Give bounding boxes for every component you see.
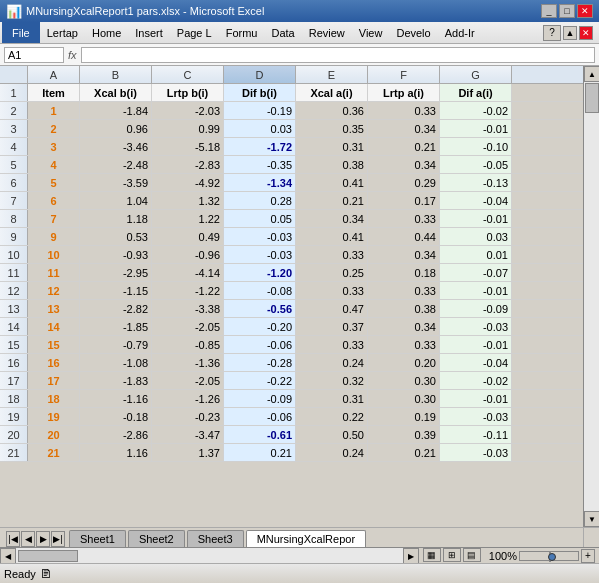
row-number[interactable]: 10	[0, 246, 28, 263]
table-cell[interactable]: 0.39	[368, 426, 440, 443]
table-cell[interactable]: -3.46	[80, 138, 152, 155]
table-cell[interactable]: Lrtp a(i)	[368, 84, 440, 101]
table-cell[interactable]: -0.03	[224, 246, 296, 263]
row-number[interactable]: 8	[0, 210, 28, 227]
table-cell[interactable]: 1.18	[80, 210, 152, 227]
table-cell[interactable]: 9	[28, 228, 80, 245]
table-cell[interactable]: 0.24	[296, 354, 368, 371]
row-number[interactable]: 16	[0, 354, 28, 371]
table-cell[interactable]: 0.21	[296, 192, 368, 209]
zoom-in-button[interactable]: +	[581, 549, 595, 563]
col-header-e[interactable]: E	[296, 66, 368, 83]
table-cell[interactable]: -0.01	[440, 390, 512, 407]
row-number[interactable]: 14	[0, 318, 28, 335]
table-cell[interactable]: 0.21	[224, 444, 296, 461]
row-number[interactable]: 21	[0, 444, 28, 461]
table-cell[interactable]: -1.26	[152, 390, 224, 407]
table-cell[interactable]: -4.92	[152, 174, 224, 191]
table-cell[interactable]: -0.18	[80, 408, 152, 425]
table-cell[interactable]: -0.35	[224, 156, 296, 173]
scroll-left-button[interactable]: ◀	[0, 548, 16, 563]
table-cell[interactable]: 0.33	[296, 282, 368, 299]
table-cell[interactable]: 12	[28, 282, 80, 299]
row-number[interactable]: 13	[0, 300, 28, 317]
table-cell[interactable]: -0.06	[224, 408, 296, 425]
table-cell[interactable]: Xcal b(i)	[80, 84, 152, 101]
table-cell[interactable]: 7	[28, 210, 80, 227]
row-number[interactable]: 4	[0, 138, 28, 155]
menu-data[interactable]: Data	[264, 22, 301, 43]
row-number[interactable]: 15	[0, 336, 28, 353]
table-cell[interactable]: -3.59	[80, 174, 152, 191]
table-cell[interactable]: 0.24	[296, 444, 368, 461]
table-cell[interactable]: -0.01	[440, 282, 512, 299]
table-cell[interactable]: -0.03	[224, 228, 296, 245]
table-cell[interactable]: -2.82	[80, 300, 152, 317]
table-cell[interactable]: 0.47	[296, 300, 368, 317]
table-cell[interactable]: 13	[28, 300, 80, 317]
table-cell[interactable]: 1	[28, 102, 80, 119]
table-cell[interactable]: 1.37	[152, 444, 224, 461]
table-cell[interactable]: -0.19	[224, 102, 296, 119]
table-cell[interactable]: -0.93	[80, 246, 152, 263]
table-cell[interactable]: 0.01	[440, 246, 512, 263]
sheet-nav-last[interactable]: ▶|	[51, 531, 65, 547]
table-cell[interactable]: 0.18	[368, 264, 440, 281]
table-cell[interactable]: 0.31	[296, 138, 368, 155]
close-ribbon-button[interactable]: ✕	[579, 26, 593, 40]
col-header-f[interactable]: F	[368, 66, 440, 83]
minimize-button[interactable]: _	[541, 4, 557, 18]
menu-file[interactable]: File	[2, 22, 40, 43]
table-cell[interactable]: -0.13	[440, 174, 512, 191]
col-header-c[interactable]: C	[152, 66, 224, 83]
table-cell[interactable]: -2.48	[80, 156, 152, 173]
table-cell[interactable]: 0.38	[368, 300, 440, 317]
table-cell[interactable]: 0.33	[368, 210, 440, 227]
table-cell[interactable]: 14	[28, 318, 80, 335]
table-cell[interactable]: -0.03	[440, 444, 512, 461]
table-cell[interactable]: 0.99	[152, 120, 224, 137]
row-number[interactable]: 18	[0, 390, 28, 407]
sheet-tab-sheet2[interactable]: Sheet2	[128, 530, 185, 547]
col-header-b[interactable]: B	[80, 66, 152, 83]
menu-lertap[interactable]: Lertap	[40, 22, 85, 43]
scroll-down-button[interactable]: ▼	[584, 511, 599, 527]
menu-add-ins[interactable]: Add-Ir	[438, 22, 482, 43]
table-cell[interactable]: -1.34	[224, 174, 296, 191]
table-cell[interactable]: 0.35	[296, 120, 368, 137]
table-cell[interactable]: -0.09	[224, 390, 296, 407]
col-header-d[interactable]: D	[224, 66, 296, 83]
table-cell[interactable]: 0.37	[296, 318, 368, 335]
table-cell[interactable]: -0.03	[440, 318, 512, 335]
table-cell[interactable]: -0.03	[440, 408, 512, 425]
table-cell[interactable]: 0.17	[368, 192, 440, 209]
table-cell[interactable]: 19	[28, 408, 80, 425]
table-cell[interactable]: -5.18	[152, 138, 224, 155]
table-cell[interactable]: -0.05	[440, 156, 512, 173]
table-cell[interactable]: 1.32	[152, 192, 224, 209]
table-cell[interactable]: -1.84	[80, 102, 152, 119]
table-cell[interactable]: 0.33	[296, 246, 368, 263]
row-number[interactable]: 5	[0, 156, 28, 173]
table-cell[interactable]: -0.11	[440, 426, 512, 443]
table-cell[interactable]: -1.15	[80, 282, 152, 299]
table-cell[interactable]: 0.33	[368, 336, 440, 353]
table-cell[interactable]: Xcal a(i)	[296, 84, 368, 101]
table-cell[interactable]: 0.21	[368, 138, 440, 155]
table-cell[interactable]: -0.56	[224, 300, 296, 317]
table-cell[interactable]: 0.53	[80, 228, 152, 245]
menu-page-layout[interactable]: Page L	[170, 22, 219, 43]
menu-formulas[interactable]: Formu	[219, 22, 265, 43]
table-cell[interactable]: 0.34	[368, 318, 440, 335]
scroll-right-button[interactable]: ▶	[403, 548, 419, 563]
table-cell[interactable]: 0.22	[296, 408, 368, 425]
table-cell[interactable]: -0.79	[80, 336, 152, 353]
h-scroll-thumb[interactable]	[18, 550, 78, 562]
table-cell[interactable]: -3.47	[152, 426, 224, 443]
vertical-scrollbar[interactable]: ▲ ▼	[583, 66, 599, 527]
sheet-tab-mnursingxcalrepor[interactable]: MNursingXcalRepor	[246, 530, 366, 547]
table-cell[interactable]: -0.02	[440, 372, 512, 389]
page-break-view-button[interactable]: ▤	[463, 548, 481, 562]
help-button[interactable]: ?	[543, 25, 561, 41]
table-cell[interactable]: 20	[28, 426, 80, 443]
